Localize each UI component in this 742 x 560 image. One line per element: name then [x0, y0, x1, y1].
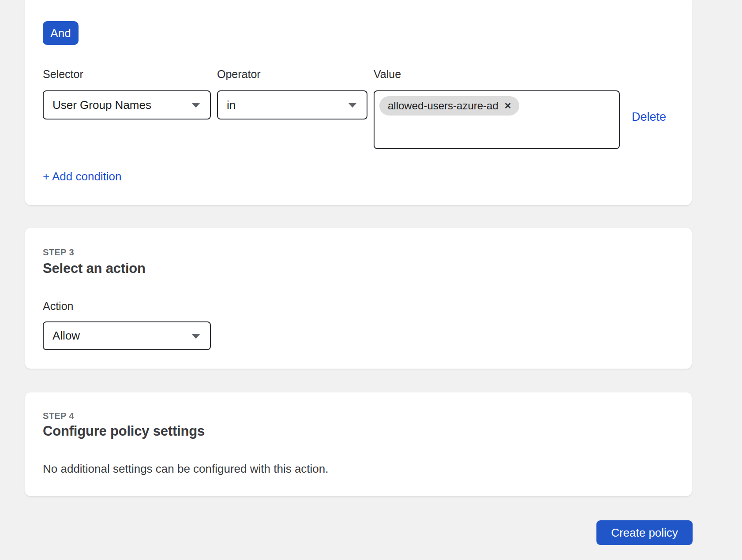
value-field-label: Value	[374, 67, 401, 81]
add-condition-link[interactable]: + Add condition	[43, 170, 122, 183]
selector-field-label: Selector	[43, 67, 83, 81]
step4-card: STEP 4 Configure policy settings No addi…	[25, 392, 692, 496]
step4-description: No additional settings can be configured…	[43, 461, 329, 476]
policy-builder-page: And Selector Operator Value User Group N…	[0, 0, 742, 560]
step4-step-label: STEP 4	[43, 411, 74, 421]
selector-dropdown-value: User Group Names	[52, 98, 151, 112]
dropdown-caret-icon	[348, 103, 357, 108]
and-rule-button[interactable]: And	[43, 21, 79, 45]
operator-dropdown[interactable]: in	[217, 90, 367, 119]
value-multi-input[interactable]: allowed-users-azure-ad ✕	[374, 90, 620, 149]
operator-dropdown-value: in	[227, 98, 236, 112]
delete-condition-link[interactable]: Delete	[632, 110, 666, 124]
action-field-label: Action	[43, 300, 73, 313]
value-tag: allowed-users-azure-ad ✕	[379, 96, 519, 116]
action-dropdown-value: Allow	[52, 329, 80, 343]
action-dropdown[interactable]: Allow	[43, 321, 211, 350]
step3-step-label: STEP 3	[43, 247, 74, 258]
dropdown-caret-icon	[191, 103, 200, 108]
step4-title: Configure policy settings	[43, 423, 205, 439]
operator-field-label: Operator	[217, 67, 261, 81]
step3-card: STEP 3 Select an action Action Allow	[25, 228, 692, 369]
create-policy-button[interactable]: Create policy	[596, 520, 693, 545]
condition-card: And Selector Operator Value User Group N…	[25, 0, 692, 205]
remove-tag-icon[interactable]: ✕	[504, 101, 512, 110]
value-tag-text: allowed-users-azure-ad	[388, 100, 498, 112]
dropdown-caret-icon	[191, 334, 200, 339]
selector-dropdown[interactable]: User Group Names	[43, 90, 211, 119]
step3-title: Select an action	[43, 261, 146, 276]
